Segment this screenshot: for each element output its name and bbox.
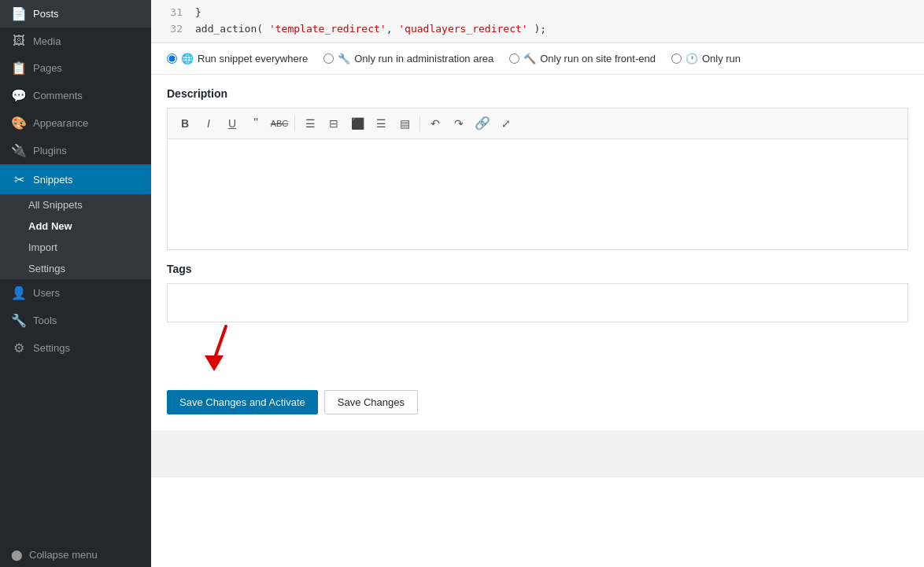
sidebar-item-label: Settings <box>33 342 70 354</box>
tags-input[interactable] <box>167 283 908 322</box>
content-area: 31 } 32 add_action( 'template_redirect',… <box>151 0 924 567</box>
editor-body[interactable] <box>168 139 907 249</box>
run-radio-onlyrun[interactable] <box>671 53 682 64</box>
sidebar-item-label: Pages <box>33 62 62 74</box>
globe-icon: 🌐 <box>181 53 194 64</box>
run-option-admin-label: Only run in administration area <box>354 53 493 64</box>
align-right-button[interactable]: ▤ <box>394 113 416 134</box>
editor-container: B I U " ABC ☰ ⊟ ⬛ ☰ ▤ ↶ ↷ 🔗 ⤢ <box>167 108 908 250</box>
code-section: 31 } 32 add_action( 'template_redirect',… <box>151 0 924 43</box>
sidebar-item-posts[interactable]: 📄 Posts <box>0 0 151 28</box>
bold-button[interactable]: B <box>174 113 196 134</box>
arrow-container <box>167 322 908 377</box>
code-str1: 'template_redirect' <box>269 23 386 35</box>
align-left-button[interactable]: ⬛ <box>346 113 368 134</box>
run-option-onlyrun[interactable]: 🕐 Only run <box>671 53 741 64</box>
sidebar-arrow-icon: ◀ <box>132 171 143 188</box>
settings-icon: ⚙ <box>11 341 27 355</box>
sidebar-item-label: Plugins <box>33 145 67 156</box>
sidebar-item-plugins[interactable]: 🔌 Plugins <box>0 137 151 164</box>
submenu-settings[interactable]: Settings <box>0 258 151 279</box>
run-radio-admin[interactable] <box>323 53 334 64</box>
sidebar-item-label: Comments <box>33 90 83 101</box>
bottom-fill <box>151 430 924 477</box>
save-button[interactable]: Save Changes <box>324 390 418 414</box>
sidebar-item-pages[interactable]: 📋 Pages <box>0 54 151 82</box>
line-num-32: 32 <box>167 21 183 38</box>
red-arrow-svg <box>183 322 261 377</box>
run-radio-frontend[interactable] <box>509 53 519 64</box>
sidebar-item-settings[interactable]: ⚙ Settings <box>0 334 151 362</box>
sidebar-item-label: Snippets <box>33 174 73 186</box>
collapse-label: Collapse menu <box>29 549 98 561</box>
line-num-31: 31 <box>167 5 183 21</box>
wrench-icon: 🔧 <box>338 53 350 64</box>
code-pre: add_action( <box>195 23 269 35</box>
pages-icon: 📋 <box>11 61 27 75</box>
sidebar: 📄 Posts 🖼 Media 📋 Pages 💬 Comments 🎨 App… <box>0 0 151 567</box>
sidebar-item-users[interactable]: 👤 Users <box>0 279 151 307</box>
sidebar-item-label: Appearance <box>33 117 88 129</box>
clock-icon: 🕐 <box>686 53 698 64</box>
hammer-icon: 🔨 <box>523 53 536 64</box>
editor-toolbar: B I U " ABC ☰ ⊟ ⬛ ☰ ▤ ↶ ↷ 🔗 ⤢ <box>168 109 907 139</box>
code-line-32: 32 add_action( 'template_redirect', 'qua… <box>167 21 908 38</box>
redo-button[interactable]: ↷ <box>448 113 470 134</box>
toolbar-sep-2 <box>419 116 420 131</box>
toolbar-sep-1 <box>294 116 295 131</box>
code-text-31: } <box>195 5 201 21</box>
undo-button[interactable]: ↶ <box>424 113 446 134</box>
sidebar-item-tools[interactable]: 🔧 Tools <box>0 307 151 334</box>
unordered-list-button[interactable]: ☰ <box>299 113 321 134</box>
buttons-section: Save Changes and Activate Save Changes <box>151 377 924 430</box>
posts-icon: 📄 <box>11 6 27 21</box>
sidebar-item-appearance[interactable]: 🎨 Appearance <box>0 109 151 137</box>
appearance-icon: 🎨 <box>11 116 27 131</box>
sidebar-item-label: Tools <box>33 315 57 326</box>
align-center-button[interactable]: ☰ <box>370 113 392 134</box>
run-options: 🌐 Run snippet everywhere 🔧 Only run in a… <box>151 43 924 75</box>
run-radio-everywhere[interactable] <box>167 53 177 64</box>
code-str2: 'quadlayers_redirect' <box>398 23 527 35</box>
users-icon: 👤 <box>11 285 27 300</box>
collapse-icon: ⬤ <box>11 549 23 561</box>
tags-section: Tags <box>151 250 924 275</box>
strikethrough-button[interactable]: ABC <box>268 113 290 134</box>
code-mid: , <box>386 23 399 35</box>
sidebar-item-snippets[interactable]: ✂ Snippets ◀ <box>0 164 151 194</box>
submenu-import[interactable]: Import <box>0 237 151 258</box>
ordered-list-button[interactable]: ⊟ <box>323 113 345 134</box>
code-post: ); <box>528 23 546 35</box>
underline-button[interactable]: U <box>221 113 243 134</box>
sidebar-item-media[interactable]: 🖼 Media <box>0 28 151 54</box>
snippets-icon: ✂ <box>11 172 27 187</box>
code-line-31: 31 } <box>167 5 908 21</box>
snippets-submenu: All Snippets Add New Import Settings <box>0 194 151 279</box>
run-option-frontend[interactable]: 🔨 Only run on site front-end <box>509 53 656 64</box>
run-option-label: Run snippet everywhere <box>198 53 308 64</box>
submenu-add-new[interactable]: Add New <box>0 215 151 237</box>
run-option-everywhere[interactable]: 🌐 Run snippet everywhere <box>167 53 308 64</box>
save-activate-button[interactable]: Save Changes and Activate <box>167 390 318 414</box>
sidebar-item-label: Posts <box>33 8 59 20</box>
collapse-menu-button[interactable]: ⬤ Collapse menu <box>0 543 151 567</box>
submenu-all-snippets[interactable]: All Snippets <box>0 194 151 215</box>
description-section: Description <box>151 75 924 100</box>
fullscreen-button[interactable]: ⤢ <box>495 113 517 134</box>
sidebar-item-label: Media <box>33 35 61 47</box>
tags-title: Tags <box>167 263 908 275</box>
run-option-frontend-label: Only run on site front-end <box>540 53 656 64</box>
blockquote-button[interactable]: " <box>245 113 267 134</box>
comments-icon: 💬 <box>11 88 27 103</box>
link-button[interactable]: 🔗 <box>471 113 493 134</box>
italic-button[interactable]: I <box>198 113 220 134</box>
svg-line-0 <box>214 326 226 360</box>
plugins-icon: 🔌 <box>11 143 27 158</box>
svg-marker-1 <box>205 355 224 371</box>
main-content: 31 } 32 add_action( 'template_redirect',… <box>151 0 924 567</box>
sidebar-item-comments[interactable]: 💬 Comments <box>0 82 151 109</box>
tools-icon: 🔧 <box>11 313 27 328</box>
run-option-onlyrun-label: Only run <box>702 53 741 64</box>
code-text-32: add_action( 'template_redirect', 'quadla… <box>195 21 546 38</box>
run-option-admin[interactable]: 🔧 Only run in administration area <box>323 53 493 64</box>
